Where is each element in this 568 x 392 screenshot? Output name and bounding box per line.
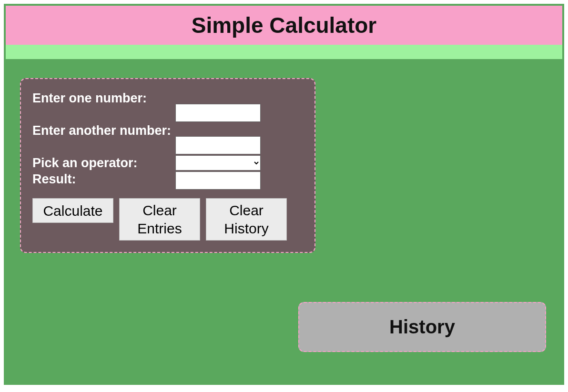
calculator-panel: Enter one number: Enter another number: … [20,78,315,253]
clear-history-button[interactable]: Clear History [206,198,287,241]
calculate-button[interactable]: Calculate [32,198,113,223]
label-result: Result: [32,171,175,187]
accent-strip [6,45,562,59]
history-title: History [299,316,545,338]
operator-select[interactable] [175,155,261,171]
label-second-number: Enter another number: [32,123,175,138]
header-banner: Simple Calculator [6,6,562,45]
main-area: Enter one number: Enter another number: … [6,59,562,383]
second-number-input[interactable] [175,136,261,154]
label-first-number: Enter one number: [32,90,175,106]
clear-entries-button[interactable]: Clear Entries [119,198,200,241]
label-operator: Pick an operator: [32,155,175,171]
button-row: Calculate Clear Entries Clear History [32,198,303,241]
result-output [175,171,261,190]
history-panel: History [298,302,546,352]
app-frame: Simple Calculator Enter one number: Ente… [4,4,564,385]
page-title: Simple Calculator [6,12,562,38]
first-number-input[interactable] [175,104,261,122]
